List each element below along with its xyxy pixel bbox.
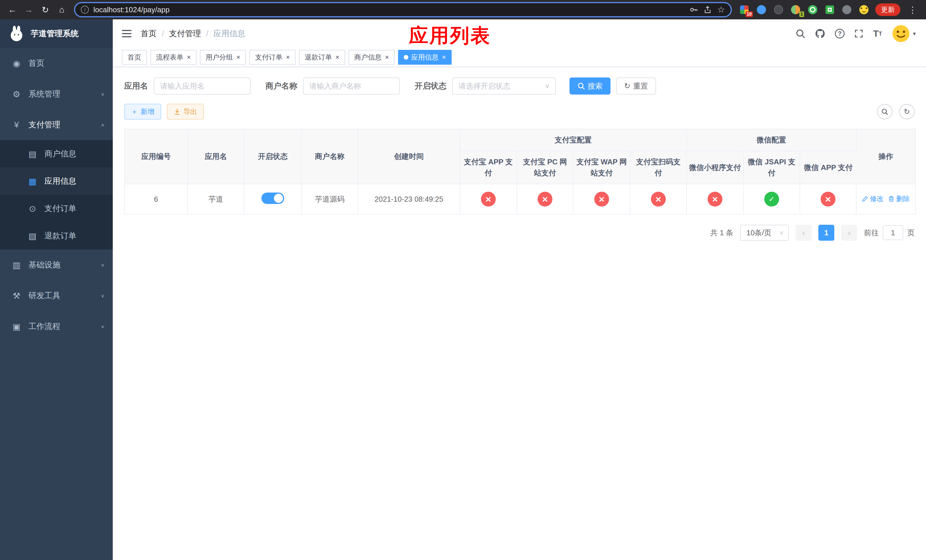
extension-icon-green-circle[interactable] [807, 4, 819, 15]
breadcrumb: 首页 / 支付管理 / 应用信息 [141, 28, 245, 39]
url-bar[interactable]: i localhost:1024/pay/app ☆ [74, 2, 732, 17]
page-number-button[interactable]: 1 [819, 225, 834, 241]
breadcrumb-separator: / [162, 29, 164, 38]
delete-link[interactable]: 删除 [888, 194, 910, 203]
tab-label: 退款订单 [305, 53, 332, 62]
search-button[interactable]: 搜索 [569, 77, 610, 95]
browser-menu-icon[interactable]: ⋮ [906, 5, 919, 15]
close-icon[interactable]: × [336, 54, 339, 61]
close-icon[interactable]: × [236, 54, 240, 61]
search-icon[interactable] [796, 29, 805, 38]
browser-update-button[interactable]: 更新 [875, 3, 900, 16]
reload-icon[interactable]: ↻ [38, 2, 53, 17]
tab-label: 用户分组 [206, 53, 233, 62]
font-size-icon[interactable]: TT [873, 29, 882, 38]
refresh-icon: ↻ [904, 107, 910, 116]
github-icon[interactable] [815, 29, 825, 39]
sidebar-item-app-info[interactable]: ▦ 应用信息 [0, 168, 113, 195]
user-avatar[interactable]: ▾ [892, 24, 916, 43]
share-icon[interactable] [704, 6, 711, 14]
cell-created: 2021-10-23 08:49:25 [358, 184, 460, 214]
extension-icon-green-square[interactable] [824, 4, 835, 15]
site-info-icon[interactable]: i [81, 6, 89, 14]
sidebar-item-home[interactable]: ◉ 首页 [0, 48, 113, 79]
extension-icon-puzzle[interactable] [841, 4, 853, 15]
refresh-icon: ↻ [624, 82, 631, 91]
hamburger-icon[interactable] [122, 30, 132, 37]
forward-icon[interactable]: → [21, 2, 36, 17]
breadcrumb-home[interactable]: 首页 [141, 28, 157, 39]
tab-home[interactable]: 首页 [122, 50, 147, 65]
next-page-button[interactable]: › [841, 225, 857, 241]
app-name-label: 应用名 [124, 80, 148, 91]
close-icon[interactable]: × [385, 54, 389, 61]
extension-icon-face[interactable] [858, 4, 870, 15]
reset-button-label: 重置 [633, 81, 648, 91]
export-button[interactable]: 导出 [167, 104, 204, 120]
password-key-icon[interactable] [689, 5, 698, 14]
sidebar-item-pay-order[interactable]: ⊙ 支付订单 [0, 195, 113, 222]
tab-pay-order[interactable]: 支付订单× [250, 50, 295, 65]
merchant-name-input[interactable] [303, 77, 400, 95]
tab-user-group[interactable]: 用户分组× [200, 50, 246, 65]
reset-button[interactable]: ↻ 重置 [616, 77, 656, 95]
page-size-select[interactable]: 10条/页 ∨ [740, 225, 789, 241]
help-icon[interactable]: ? [835, 29, 844, 38]
extension-icon-dark[interactable] [773, 4, 784, 15]
breadcrumb-separator: / [206, 29, 209, 38]
tab-process-form[interactable]: 流程表单× [150, 50, 197, 65]
status-select[interactable]: 请选择开启状态 ∨ [452, 77, 556, 95]
omnibox-actions: ☆ [689, 5, 728, 14]
chevron-down-icon: ∨ [779, 229, 784, 236]
status-cross-icon [651, 192, 666, 206]
sidebar: 芋道管理系统 ◉ 首页 ⚙ 系统管理 ∨ ¥ 支付管理 ∧ ▤ 商户信息 [0, 20, 113, 560]
sidebar-item-payment[interactable]: ¥ 支付管理 ∧ [0, 109, 113, 140]
prev-page-button[interactable]: ‹ [796, 225, 811, 241]
toggle-search-button[interactable] [877, 104, 893, 120]
group-header-alipay: 支付宝配置 [460, 129, 687, 151]
extension-badge: 1 [799, 11, 804, 17]
app-title: 芋道管理系统 [31, 28, 79, 39]
extension-icon-grid[interactable]: 10 [738, 4, 750, 15]
status-select-placeholder: 请选择开启状态 [458, 81, 510, 91]
edit-link-label: 修改 [870, 194, 884, 203]
back-icon[interactable]: ← [5, 2, 20, 17]
tab-merchant-info[interactable]: 商户信息× [348, 50, 395, 65]
bookmark-star-icon[interactable]: ☆ [717, 5, 725, 14]
sidebar-item-refund-order[interactable]: ▧ 退款订单 [0, 222, 113, 250]
tab-app-info[interactable]: 应用信息× [398, 50, 452, 65]
screen: ← → ↻ ⌂ i localhost:1024/pay/app ☆ 10 1 [0, 0, 926, 560]
home-icon[interactable]: ⌂ [54, 2, 70, 17]
close-icon[interactable]: × [187, 54, 191, 61]
cell-merchant: 芋道源码 [302, 184, 358, 214]
tab-label: 流程表单 [156, 53, 183, 62]
extension-badge: 10 [746, 11, 753, 17]
close-icon[interactable]: × [442, 54, 446, 61]
sidebar-item-devtools[interactable]: ⚒ 研发工具 ∨ [0, 280, 113, 311]
tab-label: 商户信息 [354, 53, 381, 62]
goto-suffix-label: 页 [907, 228, 915, 238]
sidebar-item-infra[interactable]: ▥ 基础设施 ∨ [0, 250, 113, 280]
sidebar-item-workflow[interactable]: ▣ 工作流程 ∨ [0, 311, 113, 342]
column-header: 创建时间 [358, 129, 460, 184]
search-icon [578, 82, 585, 90]
extension-icon-drop[interactable] [756, 4, 767, 15]
sidebar-item-merchant-info[interactable]: ▤ 商户信息 [0, 140, 113, 168]
extension-icon-avatar[interactable]: 1 [790, 4, 801, 15]
add-button[interactable]: ＋ 新增 [124, 104, 161, 120]
sidebar-logo[interactable]: 芋道管理系统 [0, 20, 113, 48]
refresh-table-button[interactable]: ↻ [899, 104, 915, 120]
enabled-toggle[interactable] [262, 192, 284, 204]
edit-link[interactable]: 修改 [862, 194, 884, 203]
column-header: 微信 APP 支付 [800, 151, 856, 184]
column-header: 支付宝扫码支付 [631, 151, 687, 184]
goto-page-input[interactable] [883, 225, 903, 240]
close-icon[interactable]: × [286, 54, 290, 61]
tab-refund-order[interactable]: 退款订单× [299, 50, 345, 65]
navbar-actions: ? TT ▾ [796, 24, 916, 43]
gear-icon: ⚙ [11, 89, 22, 99]
fullscreen-icon[interactable] [854, 29, 863, 38]
sidebar-item-system[interactable]: ⚙ 系统管理 ∨ [0, 79, 113, 109]
app-name-input[interactable] [154, 77, 251, 95]
breadcrumb-section[interactable]: 支付管理 [169, 28, 201, 39]
